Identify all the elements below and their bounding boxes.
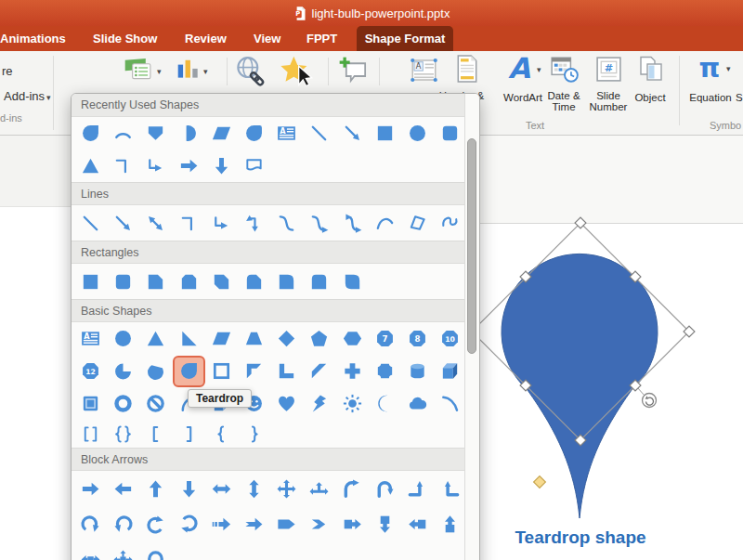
shape-snip-round-icon[interactable] — [238, 266, 270, 297]
shape-frame-icon[interactable] — [205, 356, 238, 387]
tab-fppt[interactable]: FPPT — [306, 26, 337, 51]
shape-triangle-icon[interactable] — [139, 323, 172, 355]
shape-callout-up-icon[interactable] — [434, 508, 466, 540]
shape-curved-right-icon[interactable] — [74, 508, 107, 540]
shape-right-triangle-icon[interactable] — [173, 323, 205, 355]
shape-arrow-down-icon[interactable] — [205, 150, 238, 182]
shape-arrow-right-icon[interactable] — [173, 150, 205, 182]
shape-callout-lr-icon[interactable] — [74, 543, 107, 560]
shape-teardrop-icon[interactable] — [173, 356, 205, 387]
shape-brace-pair-icon[interactable] — [107, 418, 139, 449]
shape-oval-icon[interactable] — [107, 323, 139, 355]
shape-elbow-icon[interactable] — [107, 150, 139, 182]
tab-animations[interactable]: Animations — [0, 26, 66, 51]
shape-round-rect-icon[interactable] — [434, 118, 466, 150]
chart-button[interactable]: ▾ — [176, 57, 208, 83]
shape-brace-right-icon[interactable] — [238, 418, 270, 449]
shape-bracket-right-icon[interactable] — [173, 418, 205, 449]
tab-view[interactable]: View — [254, 26, 280, 51]
shape-moon-icon[interactable] — [369, 388, 401, 420]
shape-chord-d-icon[interactable] — [173, 118, 205, 150]
header-footer-button[interactable] — [454, 53, 480, 85]
shape-curve-s-arrow2-icon[interactable] — [336, 207, 369, 239]
shape-cube-icon[interactable] — [434, 356, 466, 387]
shape-rect-icon[interactable] — [74, 266, 107, 297]
shape-no-symbol-icon[interactable] — [139, 388, 172, 420]
shape-elbow-arrow-icon[interactable] — [139, 150, 172, 182]
shape-arrow-left-icon[interactable] — [107, 473, 139, 504]
shape-curved-up-icon[interactable] — [139, 508, 172, 540]
shape-octagon-8-icon[interactable]: 8 — [401, 323, 434, 355]
shape-callout-right-icon[interactable] — [336, 508, 369, 540]
shape-brace-left-icon[interactable] — [205, 418, 238, 449]
shape-curved-left-icon[interactable] — [107, 508, 139, 540]
shape-arc-icon[interactable] — [107, 118, 139, 150]
wordart-button[interactable]: A ▾ — [503, 53, 541, 85]
shape-arrow-right-icon[interactable] — [74, 473, 107, 504]
shape-notched-right-icon[interactable] — [238, 508, 270, 540]
shape-corner-icon[interactable] — [270, 356, 303, 387]
shape-hexagon-icon[interactable] — [336, 323, 369, 355]
shape-curve-s-arrow-icon[interactable] — [303, 207, 335, 239]
shape-heart-icon[interactable] — [270, 388, 303, 420]
shape-arrow-quad-icon[interactable] — [270, 473, 303, 504]
shape-tape-icon[interactable] — [238, 150, 270, 182]
shape-drop-icon[interactable] — [238, 118, 270, 150]
addins-button[interactable]: Add-ins▾ — [4, 89, 51, 103]
shape-chord-bite-icon[interactable] — [139, 356, 172, 387]
text-box-button[interactable]: A — [408, 54, 440, 86]
tab-shape-format[interactable]: Shape Format — [357, 26, 453, 51]
shape-elbow-arrow2-icon[interactable] — [238, 207, 270, 239]
panel-scrollbar-thumb[interactable] — [467, 138, 476, 354]
new-comment-button[interactable] — [338, 56, 369, 86]
adjust-handle[interactable] — [534, 476, 546, 488]
shape-teardrop-icon[interactable] — [74, 118, 107, 150]
shape-callout-quad-icon[interactable] — [107, 543, 139, 560]
shape-pie-icon[interactable] — [107, 356, 139, 387]
shape-arrow-lr-icon[interactable] — [205, 473, 238, 504]
object-button[interactable] — [637, 55, 665, 83]
shape-text-box-icon[interactable]: A — [270, 118, 303, 150]
shape-uturn-arrow-icon[interactable] — [369, 473, 401, 504]
shape-diamond-icon[interactable] — [270, 323, 303, 355]
shape-elbow-arrow-icon[interactable] — [205, 207, 238, 239]
shape-bracket-pair-icon[interactable] — [74, 418, 107, 449]
shape-parallelogram-icon[interactable] — [205, 118, 238, 150]
shape-curved-up2-icon[interactable] — [139, 543, 172, 560]
tab-slide-show[interactable]: Slide Show — [93, 26, 157, 51]
shape-decagon-10-icon[interactable]: 10 — [434, 323, 466, 355]
shape-curve-s-icon[interactable] — [270, 207, 303, 239]
slide-number-button[interactable]: # — [594, 55, 623, 84]
hyperlink-button[interactable] — [234, 55, 268, 89]
shape-arrow-up-icon[interactable] — [139, 473, 172, 504]
shape-trapezoid-icon[interactable] — [238, 323, 270, 355]
shape-callout-left-icon[interactable] — [401, 508, 434, 540]
shape-shield-icon[interactable] — [139, 118, 172, 150]
shape-dodecagon-12-icon[interactable]: 12 — [74, 356, 107, 387]
shape-scribble-icon[interactable] — [434, 207, 466, 239]
action-button[interactable] — [278, 54, 315, 91]
shape-line-arrow2-icon[interactable] — [139, 207, 172, 239]
shape-framed-square-icon[interactable] — [74, 388, 107, 420]
shape-line-arrow-icon[interactable] — [107, 207, 139, 239]
shape-arrow-down-icon[interactable] — [173, 473, 205, 504]
shape-pentagon-icon[interactable] — [303, 323, 335, 355]
shape-line-icon[interactable] — [303, 118, 335, 150]
shape-round-diag-icon[interactable] — [336, 266, 369, 297]
shape-freeform-icon[interactable] — [401, 207, 434, 239]
shape-arrow-lru-icon[interactable] — [303, 473, 335, 504]
shape-snip2-icon[interactable] — [173, 266, 205, 297]
rotation-handle-icon[interactable] — [643, 394, 657, 408]
shape-chevron-icon[interactable] — [303, 508, 335, 540]
shape-lightning-icon[interactable] — [303, 388, 335, 420]
shape-donut-icon[interactable] — [107, 388, 139, 420]
shape-rect-icon[interactable] — [369, 118, 401, 150]
equation-button[interactable]: π ▾ — [695, 53, 731, 83]
shape-callout-down-icon[interactable] — [369, 508, 401, 540]
shape-heptagon-7-icon[interactable]: 7 — [369, 323, 401, 355]
shape-elbow-icon[interactable] — [173, 207, 205, 239]
shape-line-icon[interactable] — [74, 207, 107, 239]
shape-bent-arrow-icon[interactable] — [336, 473, 369, 504]
shape-bent-up-icon[interactable] — [401, 473, 434, 504]
shape-cross-icon[interactable] — [336, 356, 369, 387]
